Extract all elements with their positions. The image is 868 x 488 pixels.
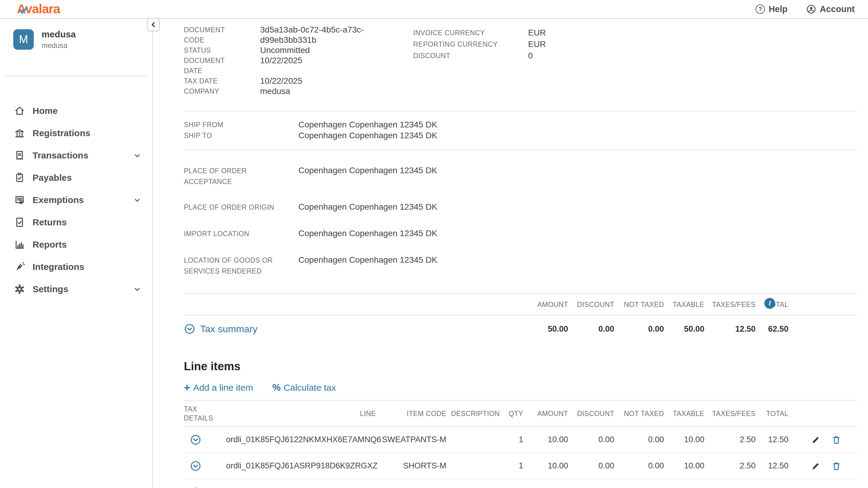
sidebar-item-payables[interactable]: Payables xyxy=(0,167,152,189)
document-code-value: 3d5a13ab-0c72-4b5c-a73c-d99eb3bb331b xyxy=(260,25,369,45)
ship-to-value: Copenhagen Copenhagen 12345 DK xyxy=(299,130,858,141)
line-item-row: ordli_01K85FQJ6122NKMXHX6E7AMNQ6 SWEATPA… xyxy=(184,427,858,453)
not-taxed: 0.00 xyxy=(614,435,664,444)
plus-icon: + xyxy=(184,383,190,392)
help-button[interactable]: ? Help xyxy=(755,4,787,14)
sidebar-item-label: Integrations xyxy=(33,262,84,272)
section-divider xyxy=(184,150,858,150)
bank-icon xyxy=(14,127,25,139)
chevron-circle-down-icon xyxy=(190,460,201,472)
line-id: ordli_01K85FQJ6122NKMXHX6E7AMNQ6 xyxy=(226,435,376,444)
summary-col-header: DISCOUNT xyxy=(568,300,614,309)
trash-icon xyxy=(831,461,841,471)
discount: 0.00 xyxy=(568,461,614,470)
sidebar-item-label: Payables xyxy=(33,173,72,183)
ship-from-value: Copenhagen Copenhagen 12345 DK xyxy=(299,119,858,130)
edit-line-item-button[interactable] xyxy=(811,461,821,471)
expand-tax-details-button[interactable] xyxy=(190,434,201,446)
order-acceptance-value: Copenhagen Copenhagen 12345 DK xyxy=(299,165,858,187)
sidebar-item-reports[interactable]: Reports xyxy=(0,233,152,256)
delete-line-item-button[interactable] xyxy=(831,461,841,471)
company-avatar: M xyxy=(13,29,34,50)
col-header: TOTAL xyxy=(755,409,788,418)
qty: 1 xyxy=(500,461,523,470)
field-label: SHIP FROM xyxy=(184,119,299,130)
help-icon: ? xyxy=(755,4,765,14)
col-header: DISCOUNT xyxy=(568,409,614,418)
summary-taxes-fees: 12.50 xyxy=(704,324,755,334)
edit-line-item-button[interactable] xyxy=(811,435,821,445)
tax-summary-section: AMOUNT DISCOUNT NOT TAXED TAXABLE TAXES/… xyxy=(184,294,858,344)
sidebar-divider xyxy=(5,76,147,76)
import-location-value: Copenhagen Copenhagen 12345 DK xyxy=(299,228,858,239)
sidebar-item-label: Transactions xyxy=(33,150,88,161)
col-header: TAX DETAILS xyxy=(184,404,217,423)
trash-icon xyxy=(831,435,841,445)
field-label: IMPORT LOCATION xyxy=(184,228,299,239)
transaction-detail-panel: DOCUMENT CODE 3d5a13ab-0c72-4b5c-a73c-d9… xyxy=(153,19,868,488)
sidebar-item-label: Reports xyxy=(33,239,67,250)
account-button[interactable]: Account xyxy=(806,4,855,14)
delete-line-item-button[interactable] xyxy=(831,435,841,445)
col-header: ITEM CODE xyxy=(376,409,446,418)
calculate-tax-button[interactable]: % Calculate tax xyxy=(272,383,336,393)
sidebar-item-label: Returns xyxy=(33,217,67,227)
sidebar-item-registrations[interactable]: Registrations xyxy=(0,122,152,144)
gear-icon xyxy=(14,284,25,295)
company-switcher[interactable]: M medusa medusa xyxy=(0,19,152,50)
clipboard-check-icon xyxy=(14,172,25,184)
field-label: STATUS xyxy=(184,45,260,56)
summary-col-header: NOT TAXED xyxy=(614,300,664,309)
sidebar-item-label: Settings xyxy=(33,284,68,294)
chevron-left-icon xyxy=(150,21,157,29)
summary-taxable: 50.00 xyxy=(664,324,704,334)
add-line-item-button[interactable]: + Add a line item xyxy=(184,383,253,393)
currency-fields: INVOICE CURRENCY EUR REPORTING CURRENCY … xyxy=(413,27,546,61)
line-items-header-row: TAX DETAILS LINE ITEM CODE DESCRIPTION Q… xyxy=(184,400,858,427)
sidebar-item-transactions[interactable]: Transactions xyxy=(0,144,152,167)
chevron-down-icon xyxy=(133,285,141,293)
field-label: DOCUMENT CODE xyxy=(184,25,260,45)
logo-check-icon xyxy=(19,7,28,14)
sidebar-item-settings[interactable]: Settings xyxy=(0,278,152,300)
col-header: QTY xyxy=(500,409,523,418)
field-label: DISCOUNT xyxy=(413,50,528,61)
taxable: 10.00 xyxy=(664,435,704,444)
sidebar-item-home[interactable]: Home xyxy=(0,100,152,122)
amount: 10.00 xyxy=(523,461,568,470)
line-items-heading: Line items xyxy=(184,360,858,373)
summary-col-header: AMOUNT xyxy=(523,300,568,309)
sidebar-item-returns[interactable]: Returns xyxy=(0,211,152,233)
chevron-circle-down-icon xyxy=(190,434,201,446)
col-header: TAXABLE xyxy=(664,409,704,418)
percent-icon: % xyxy=(272,383,281,392)
plug-icon xyxy=(14,261,25,272)
field-label: REPORTING CURRENCY xyxy=(413,38,528,50)
sidebar-item-exemptions[interactable]: Exemptions xyxy=(0,189,152,211)
field-label: PLACE OF ORDER ORIGIN xyxy=(184,202,299,213)
total: 12.50 xyxy=(755,461,788,470)
tax-summary-label: Tax summary xyxy=(200,324,257,335)
summary-col-header-total: TOTAL i xyxy=(755,300,788,309)
col-header: NOT TAXED xyxy=(614,409,664,418)
tax-summary-toggle[interactable]: Tax summary xyxy=(184,323,257,335)
item-code: SWEATPANTS-M xyxy=(376,435,446,444)
chevron-circle-down-icon xyxy=(184,323,195,335)
info-icon[interactable]: i xyxy=(764,298,775,309)
sidebar-collapse-button[interactable] xyxy=(147,18,160,31)
expand-tax-details-button[interactable] xyxy=(190,487,201,488)
chevron-down-icon xyxy=(133,196,141,204)
certificate-icon xyxy=(14,194,25,206)
document-check-icon xyxy=(14,217,25,228)
company-name: medusa xyxy=(41,29,76,39)
line-item-row: ordli_01K85FQJ61ASRP918D6K9ZRGXZ SHORTS-… xyxy=(184,453,858,479)
summary-not-taxed: 0.00 xyxy=(614,324,664,334)
sidebar-item-label: Exemptions xyxy=(33,195,84,205)
field-label: LOCATION OF GOODS OR SERVICES RENDERED xyxy=(184,255,299,276)
expand-tax-details-button[interactable] xyxy=(190,460,201,472)
avalara-logo[interactable]: Avalara xyxy=(17,2,60,16)
locations-section: PLACE OF ORDER ACCEPTANCE Copenhagen Cop… xyxy=(184,165,858,276)
sidebar-item-integrations[interactable]: Integrations xyxy=(0,256,152,278)
shipping-section: SHIP FROM Copenhagen Copenhagen 12345 DK… xyxy=(184,111,858,141)
receipt-icon xyxy=(14,150,25,161)
